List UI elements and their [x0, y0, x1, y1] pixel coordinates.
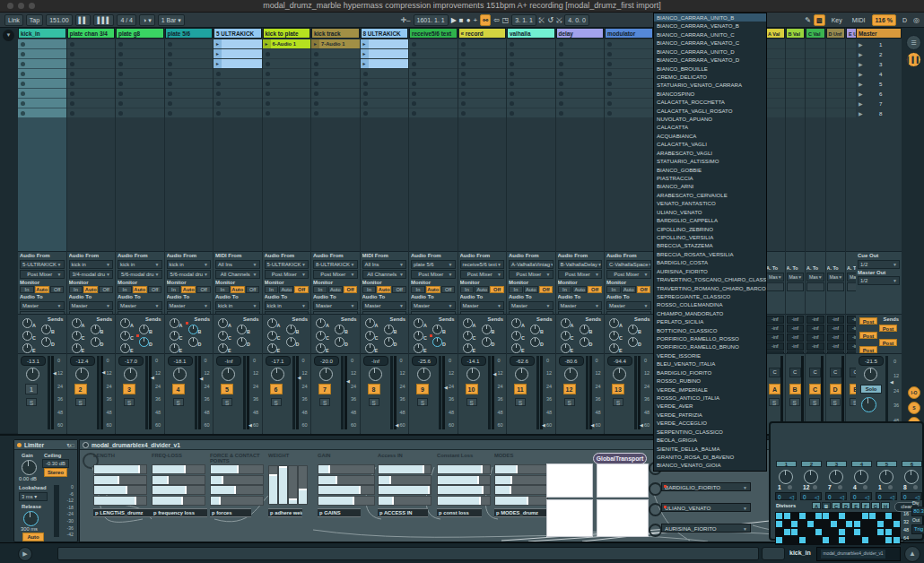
dropdown-item[interactable]: CALACATTA: [654, 123, 766, 131]
clip-slot[interactable]: ▸: [214, 59, 262, 68]
clip-play-icon[interactable]: ▸: [361, 49, 369, 58]
dropdown-item[interactable]: ARABESCATO_CERVAIOLE: [654, 191, 766, 199]
track-header[interactable]: plate 5/6: [165, 28, 214, 39]
solo-button[interactable]: S: [809, 398, 820, 406]
marble-select-menu[interactable]: BARDIGLIO_FIORITO▼: [661, 482, 751, 491]
multislider-row[interactable]: [152, 485, 205, 495]
fader-handle[interactable]: ◀: [200, 376, 204, 381]
input-type-menu[interactable]: plate 5/6▼: [411, 260, 456, 269]
clip-slot[interactable]: [765, 39, 785, 48]
multislider-row[interactable]: [93, 496, 147, 506]
divisor-select-B[interactable]: B: [822, 502, 831, 509]
dropdown-item[interactable]: BRECCIA_ROSATA_VERSILIA: [654, 250, 766, 258]
send-value[interactable]: -inf: [766, 316, 784, 324]
track-strip[interactable]: 8 ULTRAKICK▸▸▸MIDI FromAll Ins▼All Chann…: [361, 28, 409, 433]
patcher-box[interactable]: p LENGTHS_drumz: [93, 508, 153, 517]
input-type-menu[interactable]: 5-ULTRAKICK▼: [20, 260, 65, 269]
clip-slot[interactable]: [507, 99, 555, 108]
clip-slot[interactable]: [458, 99, 507, 108]
monitor-off-button[interactable]: Off: [637, 286, 651, 293]
mini-field[interactable]: [762, 547, 785, 560]
clip-slot[interactable]: [18, 39, 66, 48]
output-type-menu[interactable]: Master▼: [509, 301, 554, 310]
clip-slot[interactable]: ▸: [361, 39, 409, 48]
send-knob-B[interactable]: [432, 325, 442, 334]
clip-slot[interactable]: [18, 49, 66, 58]
dropdown-item[interactable]: SERPENTINO_CLASSICO: [654, 428, 766, 436]
dropdown-item[interactable]: BIANCO_BROUILLE: [654, 65, 766, 73]
return-strip[interactable]: A ValA. ToMas▼-inf-inf-inf-inf-infASC: [765, 28, 785, 433]
clip-play-icon[interactable]: ▸: [361, 39, 369, 48]
monitor-auto-button[interactable]: Auto: [475, 286, 489, 293]
step-cell[interactable]: [862, 513, 868, 519]
track-strip[interactable]: 5 ULTRAKICK▸▸▸MIDI FromAll Ins▼All Chann…: [214, 28, 262, 433]
multislider-row[interactable]: [494, 464, 548, 474]
dropdown-item[interactable]: BIANCO_CARRARA_UNITO_B: [654, 13, 766, 22]
send-value[interactable]: -inf: [766, 342, 784, 351]
input-type-menu[interactable]: kick in▼: [167, 260, 212, 269]
release-auto-button[interactable]: Auto: [22, 533, 44, 541]
clip-slot[interactable]: [67, 99, 116, 108]
multislider-row[interactable]: [318, 485, 375, 495]
multislider-row[interactable]: [152, 475, 205, 485]
clip-slot[interactable]: [826, 108, 846, 117]
clip-slot[interactable]: [507, 39, 555, 48]
clip-slot[interactable]: [214, 79, 262, 88]
volume-fader[interactable]: [145, 356, 148, 429]
monitor-in-button[interactable]: In: [167, 286, 181, 293]
dropdown-item[interactable]: TRAVERTINO_ROMANO_CHIARO_BARCO: [654, 284, 766, 292]
clip-slot[interactable]: [409, 59, 458, 68]
select-ring-icon[interactable]: [649, 482, 662, 496]
solo-button[interactable]: S: [319, 398, 330, 406]
clip-slot[interactable]: [67, 89, 116, 98]
clip-slot[interactable]: [116, 108, 164, 117]
step-cell[interactable]: [776, 513, 782, 519]
dropdown-item[interactable]: TRAVERTINO_TOSCANO_CHIARO_CLASSICO: [654, 275, 766, 283]
dropdown-item[interactable]: BARDIGLIO_CAPPELLA: [654, 216, 766, 224]
solo-button[interactable]: S: [515, 398, 526, 406]
track-header[interactable]: kick_in: [18, 28, 66, 39]
send-knob-E[interactable]: [267, 343, 277, 353]
master-volume-field[interactable]: -21.5: [859, 356, 884, 366]
clip-slot[interactable]: [458, 49, 507, 58]
release-knob[interactable]: [23, 511, 39, 526]
step-cell[interactable]: [862, 537, 868, 543]
clip-slot[interactable]: [786, 99, 806, 108]
fader-handle[interactable]: ◀: [102, 369, 106, 375]
multislider-row[interactable]: [437, 496, 491, 506]
patcher-box[interactable]: p MODES_drumz: [494, 508, 546, 517]
divisor-knob[interactable]: [879, 470, 893, 484]
limiter-title-bar[interactable]: Limiter ↻□: [14, 440, 77, 450]
send-knob-C[interactable]: [609, 331, 619, 341]
volume-fader[interactable]: [243, 356, 246, 429]
return-activator[interactable]: D: [830, 384, 841, 394]
send-knob-C[interactable]: [72, 331, 82, 341]
device-on-icon[interactable]: [17, 443, 22, 447]
gain-knob[interactable]: [22, 460, 37, 475]
clip-slot[interactable]: [214, 89, 262, 98]
clip-slot[interactable]: [765, 108, 785, 117]
clip-slot[interactable]: [18, 79, 66, 88]
dropdown-item[interactable]: BIANCO_GOBBIE: [654, 166, 766, 174]
key-map-button[interactable]: Key: [828, 14, 846, 26]
dropdown-item[interactable]: CIPOLLINO_VERSILIA: [654, 233, 766, 241]
record-button[interactable]: ●: [466, 15, 471, 25]
send-knob-C[interactable]: [218, 331, 228, 341]
clip-slot[interactable]: ▸: [214, 49, 262, 58]
step-cell[interactable]: [854, 521, 860, 527]
scene-slot[interactable]: ▶5: [856, 79, 902, 88]
volume-field[interactable]: -17.0: [118, 356, 144, 366]
track-activator[interactable]: 9: [416, 384, 429, 394]
weight-slider[interactable]: [298, 465, 308, 505]
multislider-row[interactable]: [152, 464, 205, 474]
post-toggle[interactable]: Post: [859, 332, 877, 339]
volume-fader[interactable]: [341, 356, 344, 429]
post-toggle[interactable]: Post: [879, 325, 897, 332]
solo-button[interactable]: S: [466, 398, 477, 406]
clip-slot[interactable]: [786, 89, 806, 98]
volume-fader[interactable]: [634, 356, 637, 429]
send-knob-B[interactable]: [335, 325, 344, 334]
track-strip[interactable]: kick track▸7-Audio 1Audio From8-ULTRAKIC…: [311, 28, 360, 433]
send-knob-D[interactable]: [286, 337, 296, 347]
clip-slot[interactable]: [263, 79, 311, 88]
